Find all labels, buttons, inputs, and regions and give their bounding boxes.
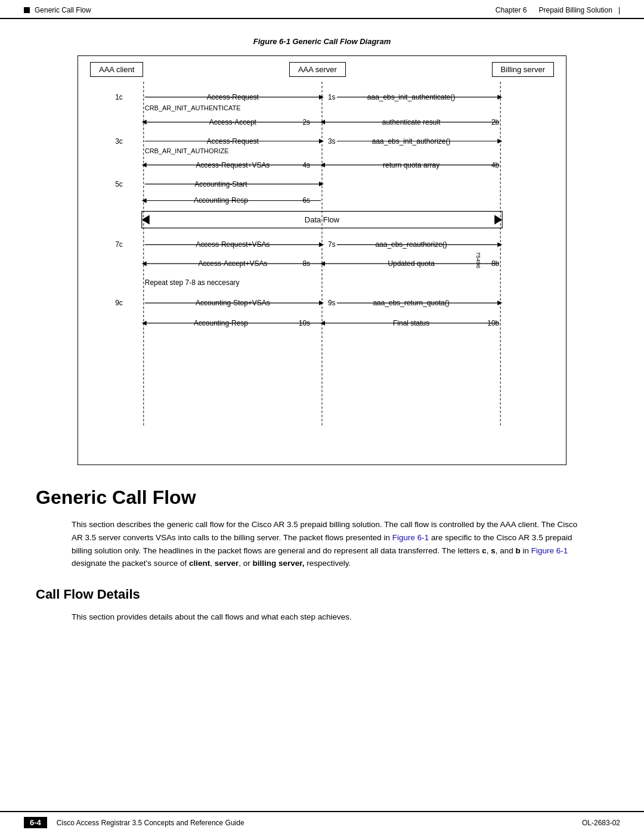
figure-link-2[interactable]: Figure 6-1 (531, 546, 568, 555)
svg-text:Repeat step 7-8 as neccesary: Repeat step 7-8 as neccesary (145, 278, 240, 287)
main-body-text: This section describes the generic call … (72, 518, 584, 569)
svg-text:7s: 7s (328, 240, 336, 249)
column-headers: AAA client AAA server Billing server (90, 62, 554, 77)
main-content: Figure 6-1 Generic Call Flow Diagram AAA… (0, 19, 644, 635)
svg-marker-52 (319, 242, 324, 247)
svg-text:5c: 5c (115, 180, 123, 188)
svg-text:9s: 9s (328, 299, 336, 307)
svg-marker-47 (494, 215, 502, 224)
sub-section-title: Call Flow Details (36, 587, 608, 602)
footer-doc-num: OL-2683-02 (582, 819, 620, 827)
header-section: Generic Call Flow (24, 6, 91, 14)
svg-text:CRB_AR_INIT_AUTHORIZE: CRB_AR_INIT_AUTHORIZE (145, 147, 229, 154)
svg-marker-56 (497, 242, 502, 247)
svg-marker-36 (320, 163, 325, 168)
svg-marker-44 (142, 198, 147, 203)
svg-text:3c: 3c (115, 137, 123, 145)
header-chapter: Chapter 6 Prepaid Billing Solution | (496, 6, 620, 14)
svg-marker-69 (319, 301, 324, 305)
svg-marker-64 (320, 261, 325, 266)
header-icon (24, 7, 30, 13)
svg-marker-23 (319, 139, 324, 144)
svg-marker-6 (319, 95, 324, 100)
footer-doc-title: Cisco Access Registrar 3.5 Concepts and … (57, 819, 244, 827)
col-aaa-client: AAA client (90, 62, 143, 77)
main-section-title: Generic Call Flow (36, 487, 608, 509)
col-aaa-server: AAA server (289, 62, 346, 77)
svg-text:3s: 3s (328, 137, 336, 145)
svg-marker-77 (142, 321, 147, 326)
svg-text:CRB_AR_INIT_AUTHENTICATE: CRB_AR_INIT_AUTHENTICATE (145, 104, 241, 112)
svg-marker-46 (142, 215, 150, 224)
svg-marker-10 (497, 95, 502, 100)
svg-text:1s: 1s (328, 93, 336, 101)
svg-marker-60 (142, 261, 147, 266)
svg-marker-27 (497, 139, 502, 144)
figure-link-1[interactable]: Figure 6-1 (392, 533, 429, 542)
sequence-diagram: AAA client AAA server Billing server 1c … (78, 55, 566, 465)
sequence-svg: 1c Access-Request 1s aaa_ebs_init_authen… (90, 82, 554, 450)
sub-body-text: This section provides details about the … (72, 611, 584, 624)
svg-marker-40 (319, 182, 324, 187)
page-footer: 6-4 Cisco Access Registrar 3.5 Concepts … (0, 811, 644, 833)
svg-marker-73 (497, 301, 502, 305)
svg-marker-32 (142, 163, 147, 168)
svg-text:7c: 7c (115, 240, 123, 249)
svg-marker-81 (320, 321, 325, 326)
header-chapter-title: Prepaid Billing Solution (538, 6, 612, 14)
header-section-label: Generic Call Flow (35, 6, 91, 14)
page-number: 6-4 (24, 817, 47, 828)
page-header: Generic Call Flow Chapter 6 Prepaid Bill… (0, 0, 644, 19)
svg-text:Data Flow: Data Flow (305, 215, 340, 224)
svg-text:75496: 75496 (475, 252, 482, 268)
svg-marker-19 (320, 120, 325, 125)
figure-caption: Figure 6-1 Generic Call Flow Diagram (36, 37, 608, 46)
svg-marker-15 (142, 120, 147, 125)
header-chapter-num: Chapter 6 (496, 6, 527, 14)
col-billing-server: Billing server (492, 62, 554, 77)
svg-text:9c: 9c (115, 299, 123, 307)
svg-text:1c: 1c (115, 93, 123, 101)
